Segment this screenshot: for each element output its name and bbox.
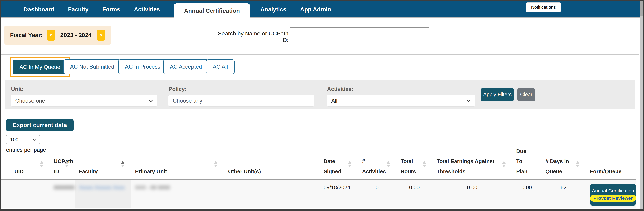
search-input[interactable] — [290, 27, 429, 39]
cell-total-earnings: 0.00 — [432, 180, 512, 208]
nav-item-activities[interactable]: Activities — [134, 6, 160, 13]
cell-form-queue: Annual Certification Provost Reviewer — [586, 180, 636, 208]
filter-bar: Unit: Choose one Policy: Choose any Acti… — [5, 80, 635, 109]
chevron-down-icon — [466, 98, 470, 102]
chevron-down-icon — [33, 137, 36, 141]
unit-select-value: Choose one — [15, 98, 45, 104]
sort-ascending-icon — [121, 161, 124, 168]
policy-select[interactable]: Choose any — [168, 95, 314, 107]
apply-filters-button[interactable]: Apply Filters — [481, 88, 514, 101]
export-current-data-button[interactable]: Export current data — [6, 119, 74, 131]
queue-tab-ac-not-submitted[interactable]: AC Not Submitted — [63, 59, 121, 74]
column-header-total-earnings[interactable]: Total Earnings Against Thresholds — [432, 152, 512, 179]
vertical-scrollbar[interactable] — [640, 0, 643, 210]
sort-icon — [348, 161, 352, 168]
clear-filters-button[interactable]: Clear — [517, 88, 535, 101]
nav-item-analytics[interactable]: Analytics — [260, 6, 286, 13]
redacted-faculty-link[interactable]: Xxxxx Xxxxxx Xxxx — [79, 184, 125, 191]
column-header-uid[interactable]: UID — [10, 152, 50, 179]
search-label: Search by Name or UCPath ID: — [218, 30, 288, 43]
notifications-button[interactable]: Notifications — [526, 2, 561, 12]
sort-icon — [214, 161, 218, 168]
main-content: Fiscal Year: < 2023 - 2024 > Search by N… — [1, 19, 639, 208]
unit-filter-label: Unit: — [11, 86, 24, 92]
table-header-spacer — [1, 152, 10, 179]
fiscal-year-selector: Fiscal Year: < 2023 - 2024 > — [4, 26, 111, 44]
fiscal-year-prev-button[interactable]: < — [47, 30, 55, 41]
queue-tab-ac-in-process[interactable]: AC In Process — [118, 59, 167, 74]
activities-select[interactable]: All — [327, 95, 475, 107]
sort-icon — [502, 161, 506, 168]
queue-tab-ac-all[interactable]: AC All — [206, 59, 234, 74]
redacted-primary-unit: XXX - 00 0000 — [135, 184, 170, 191]
cell-ucpath-id: 0000000 — [50, 180, 75, 208]
sort-icon — [423, 161, 426, 168]
annual-certification-button-label: Annual Certification — [592, 188, 634, 194]
annual-certification-button[interactable]: Annual Certification Provost Reviewer — [590, 184, 636, 206]
policy-select-value: Choose any — [173, 98, 202, 104]
nav-item-forms[interactable]: Forms — [102, 6, 120, 13]
nav-item-dashboard[interactable]: Dashboard — [24, 6, 54, 13]
sort-icon — [40, 161, 43, 168]
sort-icon — [65, 161, 68, 168]
cell-days-in-queue: 62 — [541, 180, 586, 208]
active-queue-highlight-box: AC In My Queue — [10, 57, 70, 77]
page-size-value: 100 — [10, 137, 18, 142]
policy-filter-label: Policy: — [168, 86, 187, 92]
page-size-select[interactable]: 100 — [6, 135, 40, 144]
nav-item-app-admin[interactable]: App Admin — [300, 6, 331, 13]
activities-filter-label: Activities: — [327, 86, 354, 92]
fiscal-year-value: 2023 - 2024 — [60, 32, 92, 38]
column-header-num-activities[interactable]: # Activities — [358, 152, 396, 179]
app-window: Dashboard Faculty Forms Activities Annua… — [0, 0, 644, 211]
fiscal-year-next-button[interactable]: > — [97, 30, 105, 41]
cell-num-activities: 0 — [358, 180, 396, 208]
unit-select[interactable]: Choose one — [11, 95, 158, 107]
activities-select-value: All — [331, 98, 338, 104]
fiscal-year-label: Fiscal Year: — [10, 32, 42, 38]
column-header-due-to-plan: Due To Plan — [512, 152, 541, 179]
section-divider — [1, 116, 639, 116]
column-header-date-signed[interactable]: Date Signed — [319, 152, 358, 179]
column-header-ucpath-id[interactable]: UCPath ID — [50, 152, 75, 179]
cell-other-units — [224, 180, 319, 208]
scrollbar-thumb[interactable] — [640, 0, 643, 16]
provost-reviewer-badge: Provost Reviewer — [590, 195, 636, 202]
column-header-other-units: Other Unit(s) — [224, 152, 319, 179]
cell-faculty: Xxxxx Xxxxxx Xxxx — [75, 180, 131, 208]
sort-icon — [387, 161, 390, 168]
cell-total-hours: 0.00 — [396, 180, 432, 208]
table-header-row: UID UCPath ID Faculty Primary Unit Other… — [1, 152, 636, 180]
redacted-ucpath-id: 0000000 — [54, 184, 75, 191]
cell-uid — [10, 180, 50, 208]
cell-due-to-plan: 0.00 — [512, 180, 541, 208]
table-row: 0000000 Xxxxx Xxxxxx Xxxx XXX - 00 0000 … — [1, 180, 636, 208]
queue-tab-ac-accepted[interactable]: AC Accepted — [163, 59, 208, 74]
cell-primary-unit: XXX - 00 0000 — [131, 180, 224, 208]
column-header-days-in-queue[interactable]: # Days in Queue — [541, 152, 586, 179]
section-divider — [1, 54, 639, 55]
nav-item-annual-certification-active[interactable]: Annual Certification — [174, 3, 250, 18]
top-navbar: Dashboard Faculty Forms Activities Annua… — [1, 1, 640, 18]
chevron-down-icon — [149, 98, 153, 102]
queue-tab-ac-in-my-queue[interactable]: AC In My Queue — [13, 60, 67, 74]
nav-item-faculty[interactable]: Faculty — [68, 6, 89, 13]
column-header-form-queue: Form/Queue — [586, 152, 636, 179]
sort-icon — [576, 161, 579, 168]
column-header-total-hours[interactable]: Total Hours — [396, 152, 432, 179]
cell-date-signed: 09/18/2024 — [319, 180, 358, 208]
column-header-primary-unit[interactable]: Primary Unit — [131, 152, 224, 179]
column-header-faculty[interactable]: Faculty — [75, 152, 131, 179]
